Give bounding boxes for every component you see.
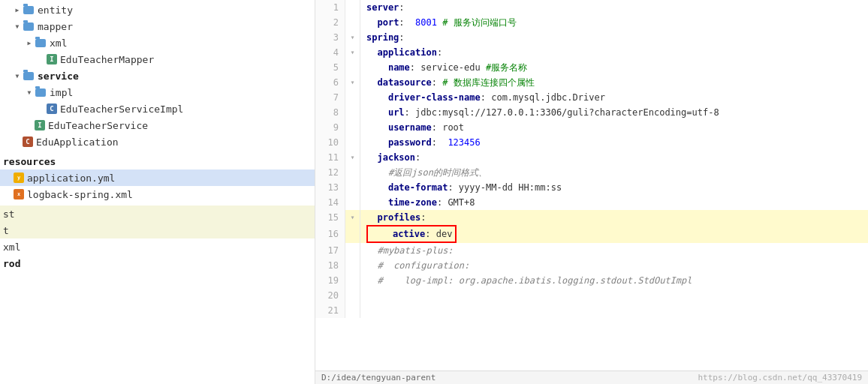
line-content-6: datasource: # 数据库连接四个属性 — [360, 75, 868, 90]
line-number-12: 12 — [315, 165, 345, 180]
line-gutter-5 — [345, 60, 360, 75]
code-line-9: 9 username: root — [315, 120, 868, 135]
bottom-path: D:/idea/tengyuan-parent — [321, 373, 436, 382]
line-number-4: 4 — [315, 45, 345, 60]
spring-icon-app: C — [23, 136, 33, 147]
line-number-7: 7 — [315, 90, 345, 105]
line-gutter-11[interactable]: ▾ — [345, 150, 360, 165]
line-gutter-7 — [345, 90, 360, 105]
line-number-18: 18 — [315, 258, 345, 273]
line-content-17: #mybatis-plus: — [360, 243, 868, 258]
code-line-20: 20 — [315, 288, 868, 303]
line-content-1: server: — [360, 0, 868, 15]
code-editor[interactable]: 1server:2 port: 8001 # 服务访问端口号3▾spring:4… — [315, 0, 868, 384]
line-content-20 — [360, 288, 868, 303]
line-number-17: 17 — [315, 243, 345, 258]
folder-icon-service — [23, 70, 35, 82]
code-line-12: 12 #返回json的时间格式、 — [315, 165, 868, 180]
tree-label-st: st — [3, 208, 15, 220]
tree-label-eduteacherservice: EduTeacherService — [48, 120, 148, 131]
tree-item-xmllabel[interactable]: xml — [0, 238, 315, 255]
line-gutter-19 — [345, 273, 360, 288]
code-line-10: 10 password: 123456 — [315, 135, 868, 150]
tree-label-entity: entity — [38, 4, 73, 16]
tree-item-entity[interactable]: entity — [0, 2, 315, 18]
line-gutter-2 — [345, 15, 360, 30]
tree-item-t[interactable]: t — [0, 222, 315, 238]
folder-icon-impl — [35, 86, 47, 98]
tree-item-eduteachermapper[interactable]: I EduTeacherMapper — [0, 51, 315, 68]
tree-label-application-yml: application.yml — [27, 172, 115, 184]
code-line-15: 15▾ profiles: — [315, 210, 868, 225]
line-gutter-6[interactable]: ▾ — [345, 75, 360, 90]
line-gutter-3[interactable]: ▾ — [345, 30, 360, 45]
line-gutter-12 — [345, 165, 360, 180]
fold-icon-15[interactable]: ▾ — [350, 210, 354, 225]
tree-label-xmllabel: xml — [3, 242, 20, 253]
tree-item-impl[interactable]: impl — [0, 84, 315, 100]
fold-icon-6[interactable]: ▾ — [350, 75, 354, 90]
tree-item-eduapplication[interactable]: C EduApplication — [0, 134, 315, 150]
line-content-8: url: jdbc:mysql://127.0.0.1:3306/guli?ch… — [360, 105, 868, 120]
chevron-xml — [24, 38, 35, 48]
tree-item-st[interactable]: st — [0, 206, 315, 222]
file-tree[interactable]: entity mapper xml I EduTeacherMapper ser… — [0, 0, 315, 384]
code-line-6: 6▾ datasource: # 数据库连接四个属性 — [315, 75, 868, 90]
fold-icon-11[interactable]: ▾ — [350, 150, 354, 165]
line-number-19: 19 — [315, 273, 345, 288]
line-content-15: profiles: — [360, 210, 868, 225]
interface-icon-service: I — [35, 120, 45, 130]
tree-item-logback-xml[interactable]: x logback-spring.xml — [0, 186, 315, 202]
xml-icon: x — [14, 189, 24, 200]
line-gutter-4[interactable]: ▾ — [345, 45, 360, 60]
folder-icon-xml — [35, 37, 47, 49]
line-gutter-13 — [345, 180, 360, 195]
line-gutter-9 — [345, 120, 360, 135]
line-number-9: 9 — [315, 120, 345, 135]
line-content-9: username: root — [360, 120, 868, 135]
line-gutter-10 — [345, 135, 360, 150]
chevron-placeholder2 — [36, 104, 47, 114]
line-gutter-17 — [345, 243, 360, 258]
line-gutter-20 — [345, 288, 360, 303]
chevron-placeholder4 — [12, 136, 23, 147]
line-number-21: 21 — [315, 303, 345, 318]
tree-item-eduteacherservice[interactable]: I EduTeacherService — [0, 117, 315, 134]
fold-icon-3[interactable]: ▾ — [350, 30, 354, 45]
tree-item-application-yml[interactable]: y application.yml — [0, 170, 315, 186]
tree-item-rod[interactable]: rod — [0, 255, 315, 272]
line-content-12: #返回json的时间格式、 — [360, 165, 868, 180]
code-line-14: 14 time-zone: GMT+8 — [315, 195, 868, 210]
code-line-3: 3▾spring: — [315, 30, 868, 45]
code-line-19: 19 # log-impl: org.apache.ibatis.logging… — [315, 273, 868, 288]
code-line-18: 18 # configuration: — [315, 258, 868, 273]
code-line-2: 2 port: 8001 # 服务访问端口号 — [315, 15, 868, 30]
code-line-1: 1server: — [315, 0, 868, 15]
line-number-3: 3 — [315, 30, 345, 45]
code-line-7: 7 driver-class-name: com.mysql.jdbc.Driv… — [315, 90, 868, 105]
line-content-19: # log-impl: org.apache.ibatis.logging.st… — [360, 273, 868, 288]
line-content-16: active: dev — [360, 225, 868, 243]
line-number-10: 10 — [315, 135, 345, 150]
tree-item-eduteacherserviceimpl[interactable]: C EduTeacherServiceImpl — [0, 100, 315, 117]
chevron-placeholder — [36, 54, 47, 64]
line-number-15: 15 — [315, 210, 345, 225]
line-gutter-15[interactable]: ▾ — [345, 210, 360, 225]
tree-item-xml[interactable]: xml — [0, 34, 315, 51]
line-number-8: 8 — [315, 105, 345, 120]
tree-label-logback-xml: logback-spring.xml — [27, 189, 133, 200]
tree-item-mapper[interactable]: mapper — [0, 18, 315, 34]
line-content-13: date-format: yyyy-MM-dd HH:mm:ss — [360, 180, 868, 195]
folder-icon-entity — [23, 4, 35, 16]
line-number-5: 5 — [315, 60, 345, 75]
tree-label-xml: xml — [50, 38, 67, 49]
chevron-entity — [12, 4, 23, 15]
tree-label-service: service — [38, 70, 79, 82]
tree-label-t: t — [3, 225, 9, 236]
tree-item-service[interactable]: service — [0, 68, 315, 84]
line-number-11: 11 — [315, 150, 345, 165]
tree-resources-label: resources — [0, 153, 315, 170]
fold-icon-4[interactable]: ▾ — [350, 45, 354, 60]
line-content-14: time-zone: GMT+8 — [360, 195, 868, 210]
tree-label-mapper: mapper — [38, 21, 73, 32]
